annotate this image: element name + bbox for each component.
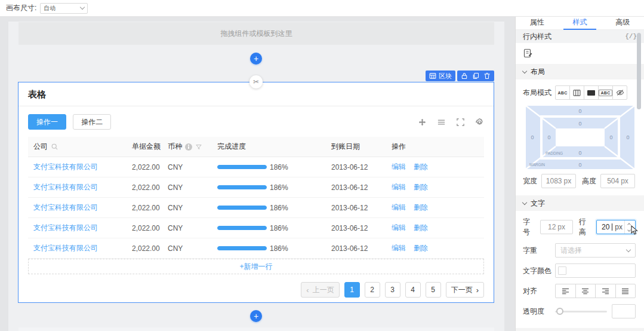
padding-right-value[interactable]: 0 bbox=[609, 134, 612, 140]
density-icon[interactable] bbox=[437, 118, 446, 127]
col-header-currency: 币种 bbox=[162, 142, 212, 152]
margin-label: MARGIN bbox=[529, 163, 545, 167]
filter-icon[interactable] bbox=[195, 143, 202, 151]
block-badge[interactable]: 区块 bbox=[426, 71, 455, 81]
code-editor-toggle[interactable]: {/} bbox=[625, 33, 637, 40]
canvas-size-select[interactable]: 自动 bbox=[40, 3, 88, 14]
row-action-link[interactable]: 删除 bbox=[414, 243, 428, 253]
margin-right-value[interactable]: 0 bbox=[626, 134, 629, 140]
tab-advanced[interactable]: 高级 bbox=[601, 16, 644, 29]
section-layout[interactable]: 布局 bbox=[516, 64, 644, 79]
layout-mode-label: 布局模式 bbox=[523, 88, 555, 98]
padding-top-value[interactable]: 0 bbox=[578, 121, 581, 127]
row-action-link[interactable]: 编辑 bbox=[392, 203, 406, 213]
row-action-link[interactable]: 编辑 bbox=[392, 182, 406, 192]
fullscreen-icon[interactable] bbox=[456, 118, 465, 127]
align-right-button[interactable] bbox=[595, 284, 616, 298]
reload-icon[interactable] bbox=[418, 118, 427, 127]
text-color-row: 文字颜色 bbox=[516, 258, 644, 278]
slider-handle[interactable] bbox=[556, 308, 563, 315]
canvas-size-value: 自动 bbox=[44, 4, 56, 13]
align-justify-button[interactable] bbox=[615, 284, 636, 298]
box-model-diagram[interactable]: 0 0 0 0 0 0 0 0 PADDING MARGIN bbox=[526, 106, 634, 169]
text-color-label: 文字颜色 bbox=[523, 266, 555, 276]
copy-icon[interactable] bbox=[472, 72, 479, 79]
lock-icon[interactable] bbox=[461, 72, 468, 79]
page-button[interactable]: 4 bbox=[405, 282, 421, 298]
font-weight-select[interactable]: 请选择 bbox=[555, 243, 636, 258]
table-row: 支付宝科技有限公司2,022.00CNY186%2013-06-12编辑删除 bbox=[28, 198, 484, 218]
block-badge-label: 区块 bbox=[439, 72, 452, 81]
trash-icon[interactable] bbox=[483, 72, 491, 79]
add-row-button[interactable]: +新增一行 bbox=[28, 259, 484, 274]
chevron-left-icon: ‹ bbox=[306, 286, 309, 294]
split-section-button[interactable]: ✂ bbox=[249, 75, 263, 88]
info-icon[interactable] bbox=[185, 143, 192, 151]
margin-left-value[interactable]: 0 bbox=[531, 134, 534, 140]
font-size-input[interactable]: 12px bbox=[540, 220, 573, 234]
margin-top-value[interactable]: 0 bbox=[578, 108, 581, 114]
padding-left-value[interactable]: 0 bbox=[547, 134, 550, 140]
layout-mode-block[interactable] bbox=[584, 85, 599, 100]
chevron-down-icon bbox=[80, 5, 85, 10]
pagination: ‹ 上一页 12345 下一页 › bbox=[28, 282, 484, 298]
panel-scrollbar-thumb[interactable] bbox=[637, 33, 641, 109]
company-link[interactable]: 支付宝科技有限公司 bbox=[33, 203, 98, 213]
layout-mode-columns[interactable] bbox=[569, 85, 584, 100]
tab-style[interactable]: 样式 bbox=[559, 16, 602, 29]
row-action-link[interactable]: 删除 bbox=[414, 162, 428, 172]
add-section-button-top[interactable]: + bbox=[250, 53, 262, 65]
page-button[interactable]: 3 bbox=[385, 282, 400, 298]
table-row: 支付宝科技有限公司2,022.00CNY186%2013-06-12编辑删除 bbox=[28, 157, 484, 177]
width-input[interactable]: 1083px bbox=[541, 174, 576, 188]
layout-mode-inline-block[interactable]: ABC bbox=[598, 85, 613, 100]
row-action-link[interactable]: 删除 bbox=[414, 182, 428, 192]
plus-icon: + bbox=[254, 312, 258, 320]
text-caret bbox=[612, 223, 612, 231]
next-page-button[interactable]: 下一页 › bbox=[446, 282, 484, 298]
align-left-button[interactable] bbox=[555, 284, 576, 298]
page-button[interactable]: 2 bbox=[365, 282, 380, 298]
block-tools bbox=[457, 71, 494, 81]
height-input[interactable]: 504px bbox=[600, 174, 635, 188]
line-height-input[interactable]: 20 px bbox=[596, 220, 636, 234]
opacity-label: 透明度 bbox=[523, 307, 555, 317]
dropzone-text: 拖拽组件或模板到这里 bbox=[221, 29, 292, 39]
row-action-link[interactable]: 删除 bbox=[414, 223, 428, 233]
row-action-link[interactable]: 编辑 bbox=[392, 243, 406, 253]
company-link[interactable]: 支付宝科技有限公司 bbox=[33, 162, 98, 172]
page-button[interactable]: 5 bbox=[426, 282, 441, 298]
text-color-picker[interactable] bbox=[555, 263, 636, 278]
height-label: 高度 bbox=[582, 176, 596, 186]
progress-bar bbox=[217, 185, 267, 189]
layout-mode-hidden[interactable] bbox=[612, 85, 627, 100]
table-block[interactable]: 表格 操作一 操作二 公司 单据金额 币种 bbox=[18, 82, 494, 303]
layout-mode-inline[interactable]: ABC bbox=[555, 85, 570, 100]
table-row: 支付宝科技有限公司2,022.00CNY186%2013-06-12编辑删除 bbox=[28, 177, 484, 198]
margin-bottom-value[interactable]: 0 bbox=[578, 162, 581, 168]
section-text[interactable]: 文字 bbox=[516, 195, 644, 211]
action-two-button[interactable]: 操作二 bbox=[73, 114, 111, 130]
company-link[interactable]: 支付宝科技有限公司 bbox=[33, 223, 98, 233]
opacity-input[interactable] bbox=[612, 304, 636, 318]
tab-attributes[interactable]: 属性 bbox=[516, 16, 559, 29]
search-icon[interactable] bbox=[51, 143, 58, 151]
action-one-button[interactable]: 操作一 bbox=[28, 114, 66, 130]
opacity-slider[interactable] bbox=[555, 304, 607, 318]
align-center-button[interactable] bbox=[575, 284, 596, 298]
align-group bbox=[555, 284, 636, 298]
add-section-button-bottom[interactable]: + bbox=[250, 310, 262, 322]
company-link[interactable]: 支付宝科技有限公司 bbox=[33, 243, 98, 253]
dropzone[interactable]: 拖拽组件或模板到这里 bbox=[19, 22, 494, 45]
row-action-link[interactable]: 编辑 bbox=[392, 162, 406, 172]
section-background[interactable]: 背景 bbox=[516, 328, 644, 331]
chevron-right-icon: › bbox=[476, 286, 479, 294]
format-painter-icon[interactable] bbox=[523, 48, 533, 59]
row-action-link[interactable]: 编辑 bbox=[392, 223, 406, 233]
gear-icon[interactable] bbox=[475, 118, 484, 127]
row-action-link[interactable]: 删除 bbox=[414, 203, 428, 213]
page-button[interactable]: 1 bbox=[344, 282, 360, 298]
prev-page-button[interactable]: ‹ 上一页 bbox=[301, 282, 339, 298]
company-link[interactable]: 支付宝科技有限公司 bbox=[33, 182, 98, 192]
padding-bottom-value[interactable]: 0 bbox=[578, 150, 581, 156]
